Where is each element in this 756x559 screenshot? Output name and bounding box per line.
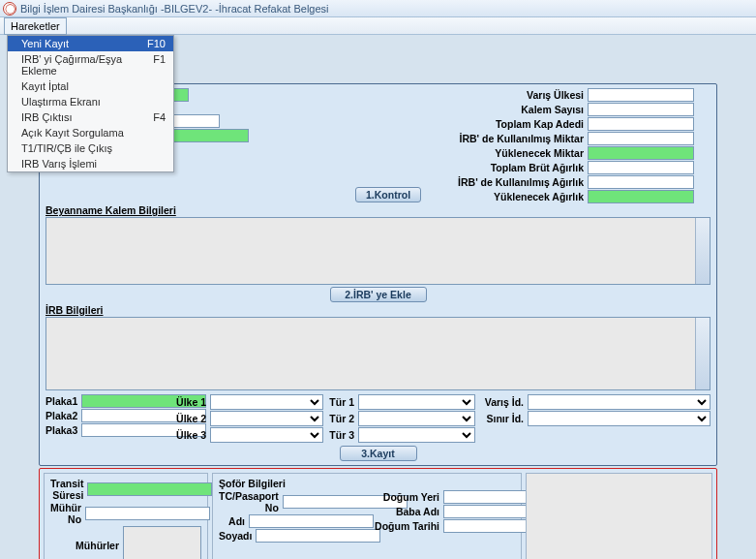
kalem-input[interactable] [588,103,694,116]
plaka3-label: Plaka3 [45,424,81,436]
muhurler-box[interactable] [123,526,201,559]
irb-list[interactable] [45,317,711,390]
menu-item-label: Kayıt İptal [21,80,69,92]
sinir-id-select[interactable] [528,411,711,426]
tur2-label: Tür 2 [325,413,358,424]
menu-kayit-iptal[interactable]: Kayıt İptal [8,78,173,94]
menu-item-label: IRB Varış İşlemi [21,158,97,170]
menu-item-shortcut: F1 [153,53,166,77]
kap-input[interactable] [588,117,694,131]
plaka1-label: Plaka1 [45,395,81,407]
varis-ulkesi-label: Varış Ülkesi [442,89,588,101]
yuk-agirlik-label: Yüklenecek Ağırlık [442,191,588,202]
menu-item-label: Açık Kayıt Sorgulama [21,127,124,139]
beyanname-list[interactable] [45,217,711,285]
irb-agirlik-input[interactable] [588,175,694,189]
tur3-label: Tür 3 [325,429,358,441]
menu-item-label: T1/TIR/ÇB ile Çıkış [21,142,112,154]
menu-item-label: Ulaştırma Ekranı [21,96,101,108]
menu-item-shortcut: F4 [153,111,166,123]
yuk-miktar-input[interactable] [588,146,694,160]
beyanname-section-label: Beyanname Kalem Bilgileri [45,204,711,216]
baba-label: Baba Adı [374,506,443,517]
brut-label: Toplam Brüt Ağırlık [442,162,588,173]
ulke2-label: Ülke 2 [173,413,210,424]
kontrol-button[interactable]: 1.Kontrol [355,187,421,202]
menu-yeni-kayit[interactable]: Yeni Kayıt F10 [8,36,173,51]
varis-ulkesi-input[interactable] [588,88,694,102]
dogumyeri-label: Doğum Yeri [374,491,443,503]
menu-irb-varis[interactable]: IRB Varış İşlemi [8,156,173,171]
tur1-select[interactable] [358,394,475,410]
menu-irb-cagirma[interactable]: IRB' yi Çağırma/Eşya Ekleme F1 [8,51,173,78]
menu-item-label: IRB Çıktısı [21,111,73,123]
tur1-label: Tür 1 [325,396,358,408]
menu-t1-tir[interactable]: T1/TIR/ÇB ile Çıkış [8,140,173,156]
ulke1-label: Ülke 1 [173,396,210,408]
transit-label: Transit Süresi [50,478,87,501]
ulke3-label: Ülke 3 [173,429,210,441]
irb-agirlik-label: İRB' de Kullanılmış Ağırlık [442,176,588,188]
tc-label: TC/Pasaport No [219,490,283,513]
titlebar: ◯ Bilgi İşlem Dairesi Başkanlığı -BILGEV… [0,0,756,17]
irb-miktar-input[interactable] [588,132,694,145]
sofor-label: Şoför Bilgileri [219,478,515,489]
menu-hareketler[interactable]: Hareketler [4,17,67,35]
menu-ulastirma[interactable]: Ulaştırma Ekranı [8,94,173,109]
irb-ekle-button[interactable]: 2.İRB' ye Ekle [330,287,427,302]
ulke2-select[interactable] [210,411,323,426]
window-title: Bilgi İşlem Dairesi Başkanlığı -BILGEV2-… [20,3,329,15]
varis-id-label: Varış İd. [477,396,528,408]
menu-irb-ciktisi[interactable]: IRB Çıktısı F4 [8,109,173,125]
hareketler-dropdown: Yeni Kayıt F10 IRB' yi Çağırma/Eşya Ekle… [7,35,174,172]
menubar: Hareketler [0,17,756,35]
muhurno-input[interactable] [85,507,210,520]
bottom-panel: Transit Süresi Mühür No Mühürler Şoför B… [39,468,717,559]
adi-label: Adı [219,515,249,527]
kalem-label: Kalem Sayısı [442,104,588,115]
ulke3-select[interactable] [210,427,323,443]
varis-id-select[interactable] [528,394,711,410]
tur2-select[interactable] [358,411,475,426]
ulke1-select[interactable] [210,394,323,410]
soyadi-label: Soyadı [219,530,256,542]
sinir-id-label: Sınır İd. [477,413,528,424]
app-icon: ◯ [3,2,16,16]
bottom-extra-box [526,473,712,559]
tur3-select[interactable] [358,427,475,443]
kayit-button[interactable]: 3.Kayıt [340,446,417,461]
dogumtarihi-label: Doğum Tarihi [374,520,443,532]
transit-input[interactable] [87,482,212,496]
irb-miktar-label: İRB' de Kullanılmış Miktar [442,133,588,144]
menu-item-shortcut: F10 [147,38,166,49]
irb-section-label: İRB Bilgileri [45,304,711,316]
soyadi-input[interactable] [256,529,380,543]
muhurler-label: Mühürler [50,540,123,551]
muhurno-label: Mühür No [50,502,85,525]
menu-item-label: IRB' yi Çağırma/Eşya Ekleme [21,53,153,77]
yuk-agirlik-input[interactable] [588,190,694,203]
plaka2-label: Plaka2 [45,410,81,421]
menu-item-label: Yeni Kayıt [21,38,69,49]
yuk-miktar-label: Yüklenecek Miktar [442,147,588,159]
brut-input[interactable] [588,161,694,174]
kap-label: Toplam Kap Adedi [442,118,588,130]
adi-input[interactable] [249,514,374,528]
menu-acik-kayit[interactable]: Açık Kayıt Sorgulama [8,125,173,140]
